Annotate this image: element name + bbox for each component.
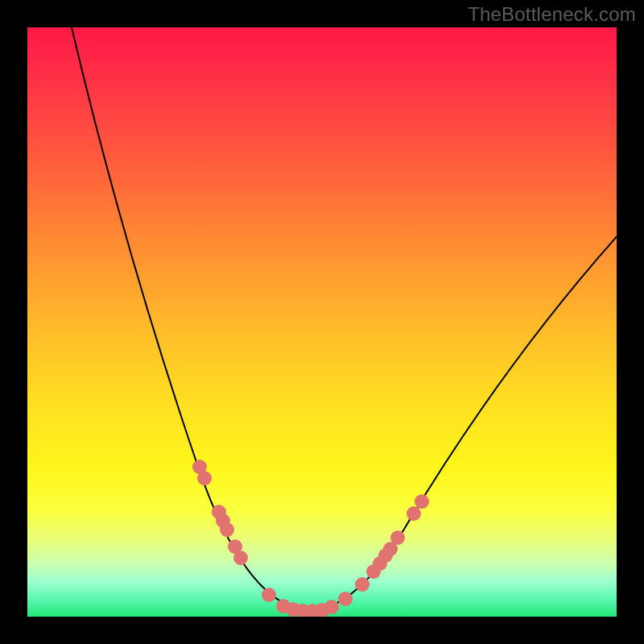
marker xyxy=(233,551,248,565)
marker xyxy=(390,530,405,545)
marker xyxy=(197,471,212,485)
chart-frame: TheBottleneck.com xyxy=(0,0,644,644)
marker xyxy=(324,600,339,614)
watermark-text: TheBottleneck.com xyxy=(468,3,636,26)
marker xyxy=(262,588,276,602)
marker xyxy=(220,522,234,537)
chart-svg xyxy=(27,27,617,617)
plot-area xyxy=(27,27,617,617)
marker xyxy=(407,506,421,521)
marker xyxy=(355,577,369,592)
bottleneck-curve xyxy=(72,27,617,611)
marker xyxy=(415,494,429,509)
marker xyxy=(338,592,353,606)
